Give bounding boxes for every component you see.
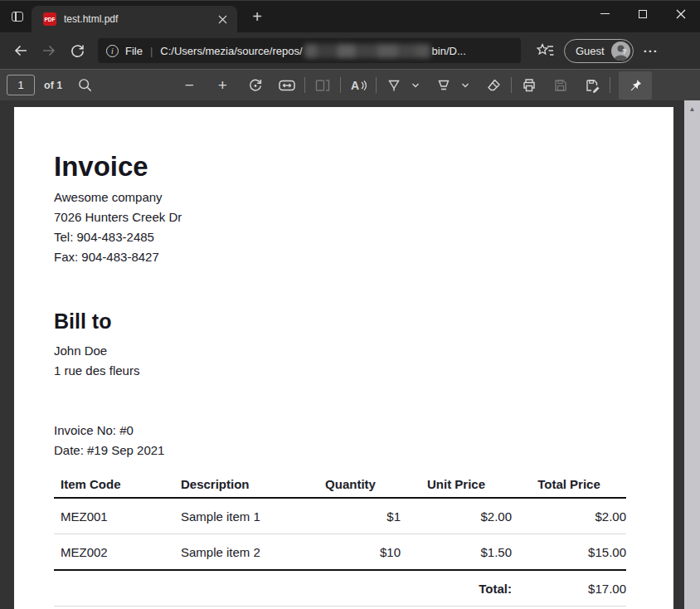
pin-toolbar-button[interactable]: [619, 71, 652, 100]
read-aloud-icon: A: [349, 77, 367, 94]
favorites-button[interactable]: [531, 37, 559, 65]
save-as-button[interactable]: [580, 73, 605, 98]
total-label: Total:: [401, 570, 512, 607]
guest-avatar-icon: ?: [611, 41, 630, 61]
company-fax: Fax: 904-483-8427: [54, 247, 626, 267]
favorites-star-icon: [537, 42, 554, 59]
table-header-row: Item Code Description Quantity Unit Pric…: [54, 467, 626, 498]
highlight-button[interactable]: [431, 73, 456, 98]
toolbar-separator: [376, 77, 377, 93]
printer-icon: [521, 77, 537, 94]
url-scheme-label: File: [125, 45, 143, 57]
invoice-date: Date: #19 Sep 2021: [54, 441, 626, 460]
url-text-suffix: bin/D...: [432, 45, 466, 57]
col-total-price: Total Price: [512, 467, 626, 498]
fit-to-width-button[interactable]: [275, 73, 299, 98]
back-button[interactable]: [7, 37, 35, 65]
toolbar-separator: [511, 77, 512, 93]
cell-unit-price: $2.00: [401, 498, 512, 534]
maximize-icon: [639, 10, 647, 18]
minimize-icon: [600, 13, 610, 15]
tab-strip: PDF test.html.pdf +: [0, 1, 700, 32]
save-icon: [552, 77, 569, 94]
toolbar-separator: [340, 77, 341, 93]
url-text-prefix: C:/Users/mezia/source/repos/: [160, 45, 302, 57]
maximize-button[interactable]: [624, 1, 662, 27]
zoom-out-icon: −: [185, 77, 194, 93]
draw-button[interactable]: [382, 73, 406, 98]
pen-icon: [386, 77, 402, 94]
fit-width-icon: [278, 77, 296, 94]
table-row: MEZ002 Sample item 2 $10 $1.50 $15.00: [54, 534, 626, 571]
col-description: Description: [174, 467, 300, 498]
invoice-document: Invoice Awesome company 7026 Hunters Cre…: [14, 107, 673, 607]
invoice-meta-block: Invoice No: #0 Date: #19 Sep 2021: [54, 421, 626, 460]
save-button[interactable]: [548, 73, 573, 98]
company-address-block: Awesome company 7026 Hunters Creek Dr Te…: [54, 188, 626, 267]
cell-description: Sample item 1: [174, 498, 300, 534]
settings-menu-button[interactable]: ···: [637, 37, 665, 65]
chevron-down-icon: [460, 80, 470, 90]
toolbar-separator: [304, 77, 305, 93]
page-number-input[interactable]: [7, 75, 35, 95]
company-tel: Tel: 904-483-2485: [54, 227, 626, 247]
site-info-icon: i: [106, 45, 119, 57]
bill-to-heading: Bill to: [54, 308, 626, 334]
read-aloud-button[interactable]: A: [346, 73, 371, 98]
cell-unit-price: $1.50: [401, 534, 512, 571]
new-tab-button[interactable]: +: [245, 5, 269, 28]
scroll-up-icon[interactable]: ▲: [684, 100, 700, 113]
erase-button[interactable]: [481, 73, 506, 98]
minimize-button[interactable]: [586, 1, 624, 27]
forward-arrow-icon: [41, 42, 57, 59]
bill-to-name: John Doe: [54, 341, 626, 361]
total-value: $17.00: [512, 570, 626, 607]
pdf-toolbar: of 1 − + A: [0, 69, 700, 100]
cell-total-price: $15.00: [512, 534, 626, 571]
tab-close-button[interactable]: [214, 11, 231, 27]
close-icon: [218, 15, 227, 24]
col-quantity: Quantity: [300, 467, 401, 498]
highlight-options-button[interactable]: [456, 73, 474, 98]
more-icon: ···: [644, 44, 659, 58]
back-arrow-icon: [12, 42, 29, 59]
page-count-label: of 1: [44, 80, 62, 91]
profile-button[interactable]: Guest ?: [564, 39, 634, 63]
profile-name: Guest: [576, 45, 605, 57]
page-view-icon: [314, 77, 331, 94]
company-name: Awesome company: [54, 188, 626, 207]
total-row: Total: $17.00: [54, 570, 626, 607]
find-in-document-button[interactable]: [72, 73, 97, 98]
cell-description: Sample item 2: [174, 534, 300, 571]
vertical-scrollbar[interactable]: ▲: [684, 100, 700, 609]
tab-actions-button[interactable]: [5, 4, 30, 29]
highlighter-icon: [435, 77, 452, 94]
pdf-page: Invoice Awesome company 7026 Hunters Cre…: [14, 107, 673, 609]
url-redacted-blur: [304, 44, 430, 58]
forward-button[interactable]: [35, 37, 63, 65]
zoom-out-button[interactable]: −: [177, 73, 202, 98]
print-button[interactable]: [517, 73, 542, 98]
rotate-icon: [247, 77, 264, 94]
save-as-icon: [584, 77, 600, 94]
zoom-in-button[interactable]: +: [210, 73, 235, 98]
window-controls: [586, 1, 700, 27]
close-window-icon: [676, 9, 686, 19]
url-field[interactable]: i File | C:/Users/mezia/source/repos/ bi…: [98, 38, 521, 63]
cell-quantity: $10: [300, 534, 401, 571]
refresh-icon: [70, 43, 85, 59]
rotate-button[interactable]: [243, 73, 268, 98]
cell-quantity: $1: [300, 498, 401, 534]
close-window-button[interactable]: [662, 1, 700, 27]
tab-test-html-pdf[interactable]: PDF test.html.pdf: [32, 6, 237, 32]
svg-text:?: ?: [622, 47, 627, 56]
tab-actions-icon: [12, 12, 23, 22]
draw-options-button[interactable]: [406, 73, 425, 98]
table-row: MEZ001 Sample item 1 $1 $2.00 $2.00: [54, 498, 626, 534]
refresh-button[interactable]: [63, 37, 91, 65]
invoice-number: Invoice No: #0: [54, 421, 626, 441]
page-view-button[interactable]: [310, 73, 335, 98]
url-separator: |: [150, 45, 153, 57]
pdf-file-icon: PDF: [43, 12, 56, 26]
zoom-in-icon: +: [218, 77, 227, 93]
